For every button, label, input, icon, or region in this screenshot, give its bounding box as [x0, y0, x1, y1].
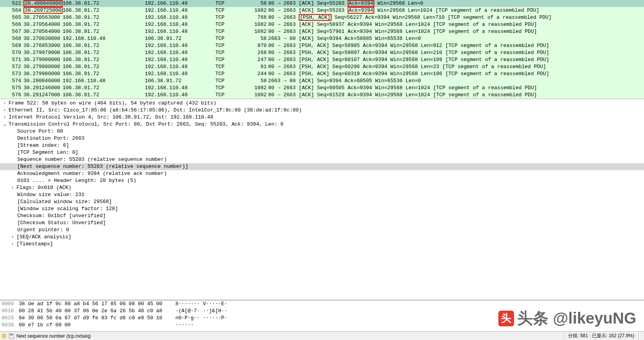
tree-ack[interactable]: Acknowledgment number: 9394 (relative ac…	[0, 170, 644, 177]
packet-row[interactable]: 56830.270630000 192.168.110.48106.38.91.…	[0, 35, 644, 42]
status-dot-icon	[2, 334, 6, 338]
tree-nextseq[interactable]: [Next sequence number: 55203 (relative s…	[0, 163, 644, 170]
tree-srcport[interactable]: Source Port: 80	[0, 128, 644, 135]
packet-row[interactable]: 57330.279980000 106.38.91.72192.168.110.…	[0, 70, 644, 77]
packet-row[interactable]: 56730.270564000 106.38.91.72192.168.110.…	[0, 28, 644, 35]
tree-urg[interactable]: Urgent pointer: 0	[0, 227, 644, 234]
status-filter-icon	[9, 333, 14, 339]
tree-ip[interactable]: ›Internet Protocol Version 4, Src: 106.3…	[0, 114, 644, 121]
status-right-text: 分组: 581 · 已显示: 162 (27.9%)	[568, 333, 634, 339]
hex-row[interactable]: 001000 28 41 5b 40 00 37 06 0e 2e 6a 26 …	[0, 308, 644, 315]
status-left-text: Next sequence number (tcp.nxtseq)	[16, 333, 91, 339]
packet-row[interactable]: 57630.291247000 106.38.91.72192.168.110.…	[0, 92, 644, 99]
status-bar: Next sequence number (tcp.nxtseq) 分组: 58…	[0, 331, 644, 340]
hex-pane[interactable]: 000038 de ad 1f 9c 80 a8 b4 56 17 85 06 …	[0, 300, 644, 331]
packet-row[interactable]: 57130.279980000 106.38.91.72192.168.110.…	[0, 56, 644, 63]
tree-hdrlen[interactable]: 0101 .... = Header Length: 20 bytes (5)	[0, 177, 644, 184]
packet-row[interactable]: 57430.280046000 192.168.110.48106.38.91.…	[0, 77, 644, 85]
hex-row[interactable]: 00206e 30 00 50 0a 67 d7 d9 fe 83 fc d8 …	[0, 315, 644, 322]
tree-seglen[interactable]: [TCP Segment Len: 0]	[0, 149, 644, 156]
tree-cksumstat[interactable]: [Checksum Status: Unverified]	[0, 219, 644, 227]
tree-seqack[interactable]: ›[SEQ/ACK analysis]	[0, 234, 644, 241]
packet-row[interactable]: 52220.480846000 106.38.91.72192.168.110.…	[0, 0, 644, 7]
tree-timestamps[interactable]: ›[Timestamps]	[0, 241, 644, 248]
hex-row[interactable]: 003000 e7 1b cf 00 00······	[0, 322, 644, 329]
tree-calcwin[interactable]: [Calculated window size: 29568]	[0, 198, 644, 205]
packet-row[interactable]: 56630.270564000 106.38.91.72192.168.110.…	[0, 21, 644, 28]
tree-tcp[interactable]: ⌄Transmission Control Protocol, Src Port…	[0, 121, 644, 128]
packet-row[interactable]: 56530.270563000 106.38.91.72192.168.110.…	[0, 14, 644, 21]
tree-ethernet[interactable]: ›Ethernet II, Src: Cisco_17:85:06 (a8:b4…	[0, 107, 644, 114]
packet-detail-pane[interactable]: ›Frame 522: 58 bytes on wire (464 bits),…	[0, 99, 644, 300]
hex-row[interactable]: 000038 de ad 1f 9c 80 a8 b4 56 17 85 06 …	[0, 300, 644, 308]
tree-stream[interactable]: [Stream index: 6]	[0, 142, 644, 149]
packet-row[interactable]: 57230.279980000 106.38.91.72192.168.110.…	[0, 63, 644, 70]
packet-row[interactable]: 56430.269725000 106.38.91.72192.168.110.…	[0, 7, 644, 14]
tree-flags[interactable]: ›Flags: 0x010 (ACK)	[0, 184, 644, 191]
packet-row[interactable]: 57530.291246000 106.38.91.72192.168.110.…	[0, 85, 644, 92]
packet-list[interactable]: 52220.480846000 106.38.91.72192.168.110.…	[0, 0, 644, 99]
tree-dstport[interactable]: Destination Port: 2663	[0, 135, 644, 142]
tree-seq[interactable]: Sequence number: 55203 (relative sequenc…	[0, 156, 644, 163]
tree-cksum[interactable]: Checksum: 0x1bcf [unverified]	[0, 212, 644, 219]
packet-row[interactable]: 56930.276853000 106.38.91.72192.168.110.…	[0, 42, 644, 49]
tree-win[interactable]: Window size value: 231	[0, 191, 644, 198]
tree-frame[interactable]: ›Frame 522: 58 bytes on wire (464 bits),…	[0, 100, 644, 107]
tree-winscale[interactable]: [Window size scaling factor: 128]	[0, 205, 644, 212]
packet-row[interactable]: 57030.279979000 106.38.91.72192.168.110.…	[0, 49, 644, 56]
